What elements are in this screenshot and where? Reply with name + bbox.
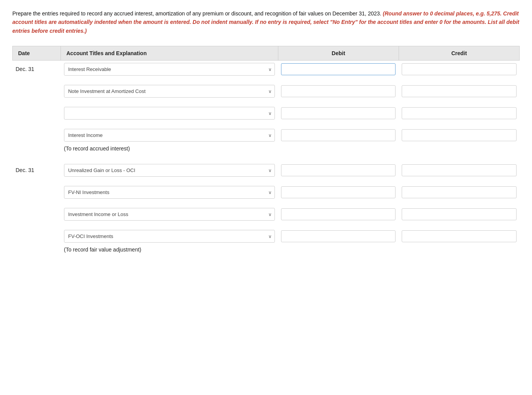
table-row: Dec. 31No EntryInterest ReceivableNote I… (13, 162, 520, 179)
row-spacer (13, 179, 520, 184)
account-select-0-2[interactable]: No EntryInterest ReceivableNote Investme… (64, 107, 275, 120)
table-row: No EntryInterest ReceivableNote Investme… (13, 228, 520, 245)
credit-cell-1-3 (399, 228, 519, 245)
debit-input-0-3[interactable] (281, 129, 396, 141)
note-text-1: (To record fair value adjustment) (61, 245, 520, 258)
credit-input-0-3[interactable] (402, 129, 516, 141)
credit-input-1-1[interactable] (402, 186, 516, 198)
debit-input-1-1[interactable] (281, 186, 396, 198)
credit-cell-0-2 (399, 105, 519, 122)
select-wrapper-1-1: No EntryInterest ReceivableNote Investme… (64, 186, 275, 199)
debit-cell-1-0 (278, 162, 399, 179)
row-spacer (13, 100, 520, 105)
account-select-0-0[interactable]: No EntryInterest ReceivableNote Investme… (64, 63, 275, 76)
debit-input-0-2[interactable] (281, 107, 396, 119)
select-wrapper-0-0: No EntryInterest ReceivableNote Investme… (64, 63, 275, 76)
select-wrapper-1-2: No EntryInterest ReceivableNote Investme… (64, 208, 275, 221)
debit-cell-1-1 (278, 184, 399, 201)
debit-input-1-2[interactable] (281, 208, 396, 220)
table-row: No EntryInterest ReceivableNote Investme… (13, 127, 520, 144)
credit-cell-0-1 (399, 83, 519, 100)
debit-cell-0-3 (278, 127, 399, 144)
select-wrapper-0-3: No EntryInterest ReceivableNote Investme… (64, 129, 275, 142)
header-debit: Debit (278, 46, 399, 61)
table-row: No EntryInterest ReceivableNote Investme… (13, 83, 520, 100)
credit-input-0-0[interactable] (402, 63, 516, 75)
note-row-0: (To record accrued interest) (13, 144, 520, 157)
header-credit: Credit (399, 46, 519, 61)
section-gap (13, 157, 520, 162)
row-spacer (13, 78, 520, 83)
debit-cell-0-1 (278, 83, 399, 100)
note-text-0: (To record accrued interest) (61, 144, 520, 157)
credit-cell-0-0 (399, 61, 519, 78)
debit-cell-0-0 (278, 61, 399, 78)
account-select-1-0[interactable]: No EntryInterest ReceivableNote Investme… (64, 164, 275, 177)
date-cell-0-1 (13, 83, 61, 100)
row-spacer (13, 122, 520, 127)
select-wrapper-0-1: No EntryInterest ReceivableNote Investme… (64, 85, 275, 98)
note-date-empty-0 (13, 144, 61, 157)
instruction-line1: Prepare the entries required to record a… (12, 10, 381, 17)
debit-cell-1-3 (278, 228, 399, 245)
account-select-1-2[interactable]: No EntryInterest ReceivableNote Investme… (64, 208, 275, 221)
header-account: Account Titles and Explanation (61, 46, 278, 61)
credit-input-1-3[interactable] (402, 230, 516, 242)
note-date-empty-1 (13, 245, 61, 258)
account-cell-1-1: No EntryInterest ReceivableNote Investme… (61, 184, 278, 201)
credit-cell-1-2 (399, 206, 519, 223)
credit-input-0-2[interactable] (402, 107, 516, 119)
account-cell-0-0: No EntryInterest ReceivableNote Investme… (61, 61, 278, 78)
row-spacer (13, 201, 520, 206)
date-cell-1-3 (13, 228, 61, 245)
select-wrapper-1-0: No EntryInterest ReceivableNote Investme… (64, 164, 275, 177)
date-cell-1-0: Dec. 31 (13, 162, 61, 179)
instructions-block: Prepare the entries required to record a… (12, 9, 520, 35)
date-cell-1-2 (13, 206, 61, 223)
table-row: No EntryInterest ReceivableNote Investme… (13, 105, 520, 122)
table-row: Dec. 31No EntryInterest ReceivableNote I… (13, 61, 520, 78)
journal-table: Date Account Titles and Explanation Debi… (12, 46, 520, 258)
credit-input-0-1[interactable] (402, 85, 516, 97)
account-cell-1-3: No EntryInterest ReceivableNote Investme… (61, 228, 278, 245)
credit-cell-1-1 (399, 184, 519, 201)
account-select-1-3[interactable]: No EntryInterest ReceivableNote Investme… (64, 230, 275, 243)
credit-input-1-0[interactable] (402, 164, 516, 176)
account-select-0-1[interactable]: No EntryInterest ReceivableNote Investme… (64, 85, 275, 98)
table-row: No EntryInterest ReceivableNote Investme… (13, 206, 520, 223)
debit-input-1-0[interactable] (281, 164, 396, 176)
table-row: No EntryInterest ReceivableNote Investme… (13, 184, 520, 201)
credit-cell-1-0 (399, 162, 519, 179)
select-wrapper-1-3: No EntryInterest ReceivableNote Investme… (64, 230, 275, 243)
header-date: Date (13, 46, 61, 61)
account-cell-0-1: No EntryInterest ReceivableNote Investme… (61, 83, 278, 100)
credit-cell-0-3 (399, 127, 519, 144)
debit-input-1-3[interactable] (281, 230, 396, 242)
date-cell-1-1 (13, 184, 61, 201)
row-spacer (13, 223, 520, 228)
account-select-0-3[interactable]: No EntryInterest ReceivableNote Investme… (64, 129, 275, 142)
date-cell-0-3 (13, 127, 61, 144)
date-cell-0-0: Dec. 31 (13, 61, 61, 78)
account-cell-0-3: No EntryInterest ReceivableNote Investme… (61, 127, 278, 144)
debit-input-0-0[interactable] (281, 63, 396, 75)
date-cell-0-2 (13, 105, 61, 122)
account-cell-1-2: No EntryInterest ReceivableNote Investme… (61, 206, 278, 223)
select-wrapper-0-2: No EntryInterest ReceivableNote Investme… (64, 107, 275, 120)
account-cell-1-0: No EntryInterest ReceivableNote Investme… (61, 162, 278, 179)
account-select-1-1[interactable]: No EntryInterest ReceivableNote Investme… (64, 186, 275, 199)
credit-input-1-2[interactable] (402, 208, 516, 220)
debit-cell-1-2 (278, 206, 399, 223)
debit-input-0-1[interactable] (281, 85, 396, 97)
debit-cell-0-2 (278, 105, 399, 122)
account-cell-0-2: No EntryInterest ReceivableNote Investme… (61, 105, 278, 122)
note-row-1: (To record fair value adjustment) (13, 245, 520, 258)
